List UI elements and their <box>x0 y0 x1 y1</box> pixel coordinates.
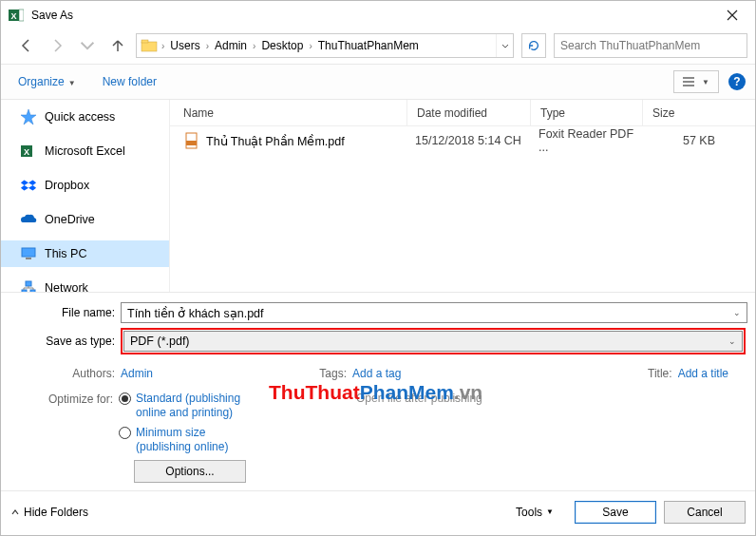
address-bar[interactable]: › Users› Admin› Desktop› ThuThuatPhanMem <box>136 33 514 58</box>
help-button[interactable]: ? <box>728 73 746 90</box>
options-button[interactable]: Options... <box>134 460 246 483</box>
title-label: Title: <box>640 367 678 380</box>
file-name: Thủ Thuật Phần Mềm.pdf <box>206 134 406 148</box>
svg-rect-17 <box>186 141 197 145</box>
optimize-label: Optimize for: <box>9 392 119 483</box>
title-value[interactable]: Add a title <box>678 367 728 380</box>
file-size: 57 KB <box>641 134 725 147</box>
chevron-down-icon[interactable]: ⌄ <box>733 308 741 317</box>
recent-dropdown[interactable] <box>73 32 102 59</box>
svg-rect-3 <box>142 42 157 51</box>
sidebar-quick-access[interactable]: Quick access <box>1 104 169 130</box>
svg-rect-13 <box>26 281 31 286</box>
col-date[interactable]: Date modified <box>407 100 531 125</box>
svg-rect-6 <box>683 81 694 83</box>
authors-value[interactable]: Admin <box>121 367 153 380</box>
sidebar-onedrive[interactable]: OneDrive <box>1 206 169 233</box>
sidebar-network[interactable]: Network <box>1 275 169 292</box>
column-headers: Name Date modified Type Size <box>170 100 755 126</box>
svg-text:X: X <box>24 147 29 157</box>
window-title: Save As <box>31 9 73 22</box>
authors-label: Authors: <box>10 367 121 380</box>
open-after-hint: Open file after publishing <box>356 392 482 405</box>
organize-menu[interactable]: Organize▼ <box>10 71 84 92</box>
navigation-sidebar: Quick access X Microsoft Excel Dropbox O… <box>1 100 170 292</box>
search-placeholder: Search ThuThuatPhanMem <box>560 39 700 52</box>
forward-button[interactable] <box>43 32 71 59</box>
close-button[interactable] <box>711 1 753 29</box>
back-button[interactable] <box>12 32 41 59</box>
address-dropdown[interactable] <box>496 34 513 57</box>
file-type: Foxit Reader PDF ... <box>529 127 641 154</box>
refresh-button[interactable] <box>521 33 546 58</box>
view-options[interactable]: ▼ <box>673 70 719 93</box>
optimize-standard-radio[interactable]: Standard (publishing online and printing… <box>119 392 271 420</box>
folder-icon <box>141 37 158 54</box>
tags-label: Tags: <box>314 367 352 380</box>
svg-text:X: X <box>10 11 16 21</box>
chevron-down-icon[interactable]: ⌄ <box>728 336 736 346</box>
radio-on-icon <box>119 392 131 405</box>
tools-menu[interactable]: Tools▼ <box>516 506 554 519</box>
excel-icon: X <box>20 143 37 160</box>
svg-rect-2 <box>19 10 24 21</box>
excel-app-icon: X <box>9 8 24 23</box>
dropbox-icon <box>20 177 37 194</box>
search-input[interactable]: Search ThuThuatPhanMem <box>554 33 747 58</box>
save-as-type-label: Save as type: <box>9 335 121 348</box>
tags-value[interactable]: Add a tag <box>352 367 401 380</box>
sidebar-dropbox[interactable]: Dropbox <box>1 172 169 199</box>
crumb-admin[interactable]: Admin <box>211 39 251 52</box>
file-name-input[interactable]: Tính tiền ở khách sạn.pdf ⌄ <box>121 302 747 323</box>
pc-icon <box>20 245 37 262</box>
onedrive-icon <box>20 211 37 228</box>
optimize-minimum-radio[interactable]: Minimum size (publishing online) <box>119 426 271 454</box>
chevron-right-icon: › <box>160 41 166 51</box>
file-name-label: File name: <box>9 306 121 319</box>
col-name[interactable]: Name <box>170 100 407 125</box>
sidebar-excel[interactable]: X Microsoft Excel <box>1 138 169 164</box>
star-icon <box>20 108 37 125</box>
svg-rect-12 <box>26 258 31 259</box>
save-button[interactable]: Save <box>575 501 656 524</box>
up-button[interactable] <box>104 32 132 59</box>
svg-marker-8 <box>21 109 36 124</box>
save-as-type-dropdown[interactable]: PDF (*.pdf) ⌄ <box>123 331 743 352</box>
file-date: 15/12/2018 5:14 CH <box>406 134 529 147</box>
sidebar-this-pc[interactable]: This PC <box>1 240 169 267</box>
hide-folders-button[interactable]: Hide Folders <box>10 506 88 519</box>
crumb-users[interactable]: Users <box>166 39 203 52</box>
cancel-button[interactable]: Cancel <box>664 501 746 524</box>
network-icon <box>20 279 37 292</box>
svg-rect-4 <box>142 40 148 43</box>
new-folder-button[interactable]: New folder <box>95 71 164 92</box>
svg-rect-5 <box>683 77 694 79</box>
svg-rect-7 <box>683 85 694 86</box>
svg-rect-11 <box>22 248 35 257</box>
col-type[interactable]: Type <box>531 100 643 125</box>
col-size[interactable]: Size <box>643 100 727 125</box>
crumb-current[interactable]: ThuThuatPhanMem <box>314 39 423 52</box>
file-row[interactable]: Thủ Thuật Phần Mềm.pdf 15/12/2018 5:14 C… <box>170 126 755 155</box>
pdf-icon <box>183 132 200 149</box>
crumb-desktop[interactable]: Desktop <box>257 39 307 52</box>
radio-off-icon <box>119 427 131 439</box>
